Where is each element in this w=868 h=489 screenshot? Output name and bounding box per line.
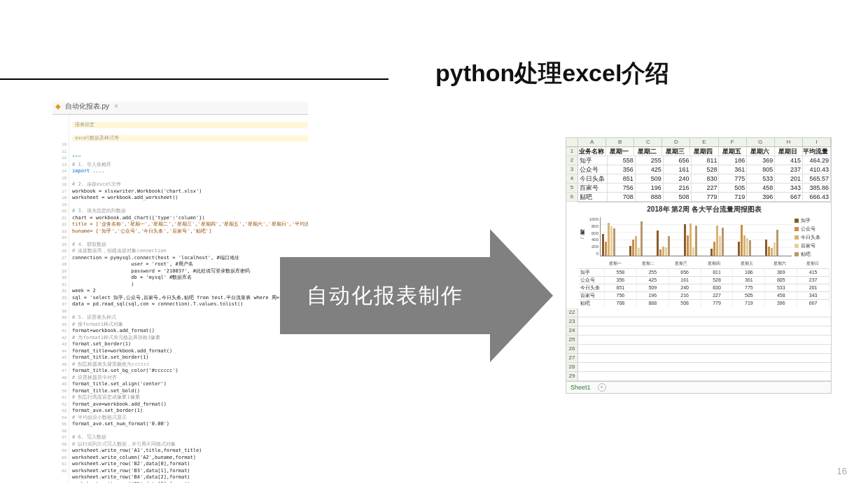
chart-yaxis: 10008006004002000 bbox=[586, 217, 600, 256]
chart-legend: 知乎公众号今日头条百家号贴吧 bbox=[792, 217, 830, 259]
chart-ylabel: 浏览量/万 bbox=[579, 217, 586, 259]
code-content: 报表设定 excel数据及样式等 """# 1. 导入依赖库import ...… bbox=[69, 115, 308, 483]
embedded-chart: 2018年 第2周 各大平台流量周报图表 浏览量/万 1000800600400… bbox=[578, 202, 831, 308]
table-row: 29 bbox=[566, 372, 831, 381]
arrow-graphic: 自动化报表制作 bbox=[280, 229, 553, 362]
table-row: 6贴吧708888508779719396667666.43 bbox=[566, 193, 831, 202]
close-icon[interactable]: × bbox=[114, 102, 118, 110]
table-row: 27 bbox=[566, 354, 831, 363]
page-number: 16 bbox=[837, 466, 847, 476]
table-row: 22 bbox=[566, 308, 831, 317]
code-editor-panel: ◆ 自动化报表.py × 101112131415161718192021222… bbox=[52, 102, 308, 482]
editor-tab-label: 自动化报表.py bbox=[65, 102, 109, 110]
add-sheet-button[interactable]: + bbox=[598, 383, 606, 392]
table-row: 4今日头条851509240830775533201565.57 bbox=[566, 174, 831, 184]
table-row: 3公众号356425161528361805237410.43 bbox=[566, 165, 831, 174]
editor-tab[interactable]: ◆ 自动化报表.py × bbox=[52, 102, 308, 115]
chart-data-table: 知乎558255656811186369415公众号35642516152836… bbox=[579, 268, 830, 307]
table-row: 24 bbox=[566, 326, 831, 336]
excel-column-header: ABCDEFGHI bbox=[566, 138, 831, 147]
table-row: 28 bbox=[566, 363, 831, 372]
line-number-gutter: 1011121314151617181920212223242526272829… bbox=[52, 115, 69, 483]
table-row: 5百家号756196216227505458343385.86 bbox=[566, 184, 831, 193]
sheet-tab-bar: Sheet1 + bbox=[566, 381, 831, 393]
table-header-row: 1业务名称星期一星期二星期三星期四星期五星期六星期日平均流量 bbox=[566, 147, 831, 156]
table-row: 23 bbox=[566, 317, 831, 326]
excel-panel: ABCDEFGHI 1业务名称星期一星期二星期三星期四星期五星期六星期日平均流量… bbox=[566, 137, 832, 394]
table-row: 26 bbox=[566, 345, 831, 354]
chart-plot-area bbox=[600, 217, 792, 256]
table-row: 2知乎558255656811186369415464.29 bbox=[566, 156, 831, 165]
arrow-head-icon bbox=[490, 229, 553, 362]
chart-xaxis: 星期一星期二星期三星期四星期五星期六星期日 bbox=[598, 261, 830, 267]
arrow-label: 自动化报表制作 bbox=[280, 257, 490, 334]
sheet-tab[interactable]: Sheet1 bbox=[570, 384, 591, 391]
chart-title: 2018年 第2周 各大平台流量周报图表 bbox=[579, 205, 830, 214]
python-file-icon: ◆ bbox=[55, 102, 61, 110]
table-row: 25 bbox=[566, 336, 831, 345]
horizontal-rule bbox=[0, 78, 388, 80]
slide-title: python处理excel介绍 bbox=[435, 57, 669, 90]
